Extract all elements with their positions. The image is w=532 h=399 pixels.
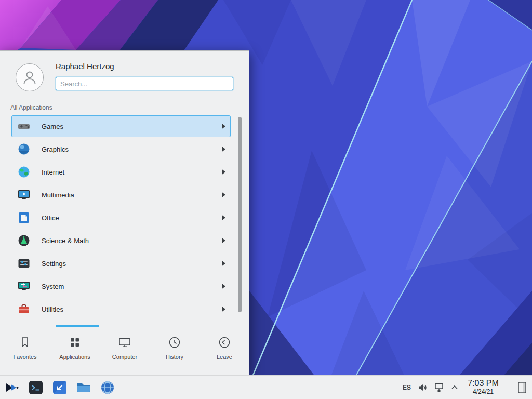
system-icon [17,280,31,293]
office-icon [17,211,31,224]
category-label: Multimedia [42,191,74,199]
multimedia-icon [17,188,31,202]
applications-icon [68,336,82,349]
tab-history[interactable]: History [150,327,200,376]
category-row-utilities[interactable]: Utilities [11,298,231,320]
favorites-icon [18,336,32,349]
category-row-settings[interactable]: Settings [11,252,231,274]
user-avatar[interactable] [16,63,44,91]
leave-icon [218,336,231,349]
network-icon[interactable] [434,382,444,393]
category-label: System [42,283,64,290]
search-input[interactable] [56,77,233,90]
computer-icon [118,336,131,349]
submenu-arrow-icon [221,283,226,289]
user-name: Raphael Hertzog [56,62,114,71]
tab-label: Leave [217,354,232,360]
games-icon [17,119,31,133]
active-tab-indicator [56,325,99,327]
taskbar: ES 7:03 PM 4/24/21 [0,375,532,399]
category-row-graphics[interactable]: Graphics [11,138,231,160]
app-category-list: Games Graphics Internet [0,115,249,327]
tab-computer[interactable]: Computer [100,327,150,376]
graphics-icon [17,142,31,156]
submenu-arrow-icon [221,260,226,267]
tray-expand-icon[interactable] [451,384,458,390]
terminal-icon[interactable] [28,380,44,395]
settings-icon [17,257,31,270]
tab-leave[interactable]: Leave [200,327,249,376]
show-desktop-icon [517,381,527,394]
tab-label: Applications [59,354,90,360]
web-browser-icon[interactable] [100,380,115,395]
history-icon [168,336,181,349]
internet-icon [17,165,31,179]
tab-label: Favorites [13,354,36,360]
submenu-arrow-icon [221,306,226,312]
category-label: Settings [42,260,66,268]
clock-time: 7:03 PM [465,379,501,388]
tab-applications[interactable]: Applications [50,327,100,376]
category-row-help[interactable]: Help [11,321,231,327]
software-icon[interactable] [52,380,68,395]
utilities-icon [17,302,31,316]
keyboard-layout-indicator[interactable]: ES [403,384,411,391]
category-row-multimedia[interactable]: Multimedia [11,184,231,206]
file-manager-icon[interactable] [76,380,91,395]
tab-label: Computer [112,354,137,360]
application-launcher-menu: Raphael Hertzog All Applications Games [0,50,249,375]
show-desktop-button[interactable] [516,381,528,394]
user-icon [22,70,37,85]
category-row-office[interactable]: Office [11,207,231,229]
app-launcher-icon[interactable] [4,380,20,395]
category-label: Science & Math [42,237,89,245]
volume-icon[interactable] [418,383,427,392]
clock-date: 4/24/21 [465,389,501,396]
category-label: Office [42,214,59,222]
taskbar-launchers [0,380,115,395]
submenu-arrow-icon [221,192,226,198]
category-label: Graphics [42,145,69,153]
submenu-arrow-icon [221,146,226,152]
submenu-arrow-icon [221,169,226,175]
tab-label: History [166,354,183,360]
category-label: Utilities [42,305,63,313]
submenu-arrow-icon [221,215,226,221]
category-row-system[interactable]: System [11,275,231,297]
category-row-games[interactable]: Games [11,115,231,137]
launcher-tabbar: Favorites Applications Computer [0,327,249,376]
section-label: All Applications [10,104,52,111]
system-tray: ES 7:03 PM 4/24/21 [403,379,532,395]
category-row-internet[interactable]: Internet [11,161,231,183]
category-row-science-math[interactable]: Science & Math [11,230,231,251]
tab-favorites[interactable]: Favorites [0,327,50,376]
submenu-arrow-icon [221,123,226,129]
category-label: Games [42,123,63,130]
list-scrollbar[interactable] [238,117,242,312]
category-label: Internet [42,168,64,176]
digital-clock[interactable]: 7:03 PM 4/24/21 [465,379,501,395]
submenu-arrow-icon [221,237,226,244]
science-icon [17,234,31,247]
